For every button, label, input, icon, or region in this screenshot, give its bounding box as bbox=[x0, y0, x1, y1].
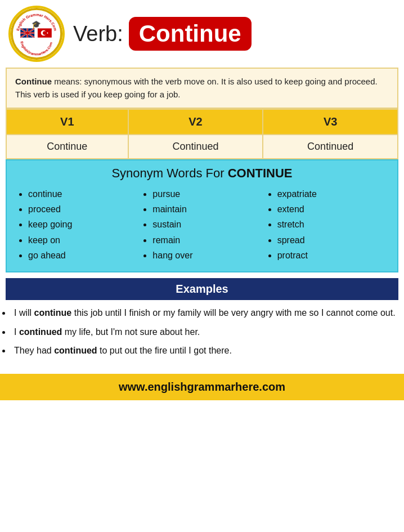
example-1-bold: continue bbox=[34, 308, 72, 318]
header-title-area: Verb: Continue bbox=[65, 17, 396, 51]
definition-rest: means: synonymous with the verb move on.… bbox=[15, 77, 378, 99]
svg-point-13 bbox=[43, 31, 47, 35]
examples-list: I will continue this job until I finish … bbox=[0, 300, 404, 368]
example-1-after: this job until I finish or my family wil… bbox=[71, 308, 395, 318]
example-3: They had continued to put out the fire u… bbox=[11, 343, 396, 358]
verb-forms-table: V1 V2 V3 Continue Continued Continued bbox=[6, 109, 398, 159]
example-3-after: to put out the fire until I got there. bbox=[97, 346, 232, 355]
list-item: keep going bbox=[28, 217, 137, 232]
v1-value: Continue bbox=[6, 135, 128, 159]
synonym-list-1: continue proceed keep going keep on go a… bbox=[18, 186, 137, 263]
example-2-after: my life, but I'm not sure about her. bbox=[62, 327, 200, 337]
verb-name: Continue bbox=[129, 17, 252, 51]
example-2: I continued my life, but I'm not sure ab… bbox=[11, 325, 396, 339]
example-3-bold: continued bbox=[54, 346, 97, 355]
examples-header: Examples bbox=[6, 278, 398, 300]
page-header: English Grammar Here.Com 🎓 EnglishGramma… bbox=[0, 0, 404, 68]
list-item: pursue bbox=[152, 186, 261, 202]
definition-text: Continue means: synonymous with the verb… bbox=[15, 75, 389, 101]
verb-label: Verb: bbox=[73, 22, 123, 46]
synonym-title-normal: Synonym Words For bbox=[111, 166, 227, 180]
svg-text:🎓: 🎓 bbox=[32, 20, 42, 30]
v2-value: Continued bbox=[128, 135, 263, 159]
definition-box: Continue means: synonymous with the verb… bbox=[6, 68, 398, 109]
list-item: spread bbox=[277, 233, 386, 248]
list-item: protract bbox=[277, 248, 386, 263]
synonym-title-bold: CONTINUE bbox=[228, 166, 293, 180]
v3-value: Continued bbox=[263, 135, 398, 159]
v1-header: V1 bbox=[6, 109, 128, 135]
synonym-title: Synonym Words For CONTINUE bbox=[15, 166, 389, 181]
list-item: keep on bbox=[28, 233, 137, 248]
v3-header: V3 bbox=[263, 109, 398, 135]
list-item: go ahead bbox=[28, 248, 137, 263]
synonym-list-2: pursue maintain sustain remain hang over bbox=[142, 186, 261, 263]
list-item: proceed bbox=[28, 202, 137, 217]
example-2-bold: continued bbox=[19, 327, 62, 337]
synonym-col-3: expatriate extend stretch spread protrac… bbox=[264, 186, 389, 263]
synonym-col-2: pursue maintain sustain remain hang over bbox=[140, 186, 264, 263]
synonym-col-1: continue proceed keep going keep on go a… bbox=[15, 186, 140, 263]
example-3-before: They had bbox=[14, 346, 54, 355]
example-1: I will continue this job until I finish … bbox=[11, 306, 396, 320]
example-2-before: I bbox=[14, 327, 19, 337]
list-item: expatriate bbox=[277, 186, 386, 202]
synonym-columns: continue proceed keep going keep on go a… bbox=[15, 186, 389, 263]
list-item: remain bbox=[152, 233, 261, 248]
v2-header: V2 bbox=[128, 109, 263, 135]
synonym-box: Synonym Words For CONTINUE continue proc… bbox=[6, 159, 398, 272]
page-footer: www.englishgrammarhere.com bbox=[0, 374, 404, 400]
example-1-before: I will bbox=[14, 308, 34, 318]
list-item: maintain bbox=[152, 202, 261, 217]
list-item: sustain bbox=[152, 217, 261, 232]
site-logo: English Grammar Here.Com 🎓 EnglishGramma… bbox=[8, 6, 65, 62]
list-item: extend bbox=[277, 202, 386, 217]
footer-url: www.englishgrammarhere.com bbox=[119, 381, 285, 393]
definition-bold-word: Continue bbox=[15, 77, 52, 86]
synonym-list-3: expatriate extend stretch spread protrac… bbox=[267, 186, 386, 263]
list-item: continue bbox=[28, 186, 137, 202]
list-item: stretch bbox=[277, 217, 386, 232]
list-item: hang over bbox=[152, 248, 261, 263]
